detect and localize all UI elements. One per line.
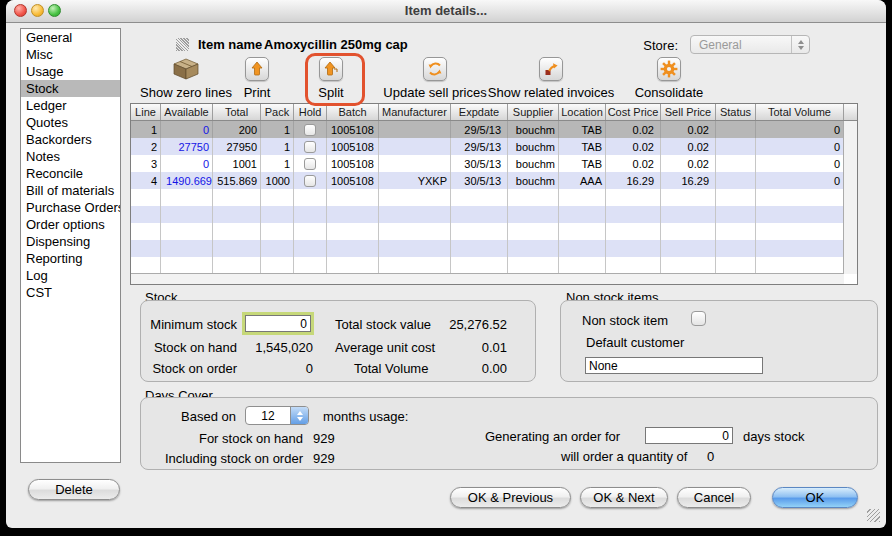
cell-expdate: 30/5/13: [451, 172, 508, 189]
col-header-available[interactable]: Available: [161, 104, 213, 120]
toolbar-label: Split: [318, 85, 343, 100]
col-header-manufacturer[interactable]: Manufacturer: [379, 104, 451, 120]
col-header-expdate[interactable]: Expdate: [451, 104, 508, 120]
cell-sell-price: 0.02: [661, 138, 716, 155]
sidebar-item-backorders[interactable]: Backorders: [21, 131, 120, 148]
cell-expdate: 29/5/13: [451, 121, 508, 138]
store-dropdown[interactable]: General: [690, 35, 810, 54]
months-dropdown-stepper-icon: [290, 407, 308, 424]
generating-order-input[interactable]: [645, 427, 733, 444]
non-stock-item-checkbox[interactable]: [691, 311, 706, 326]
cell-hold: [294, 121, 327, 138]
sidebar-item-usage[interactable]: Usage: [21, 63, 120, 80]
table-row[interactable]: 1 0 200 1 1005108 29/5/13 bouchm TAB 0.0…: [131, 121, 844, 138]
cell-supplier: bouchm: [508, 138, 559, 155]
cell-line: 3: [131, 155, 161, 172]
cell-location: TAB: [559, 121, 606, 138]
stock-lines-table: Line Available Total Pack Hold Batch Man…: [130, 103, 858, 285]
col-header-pack[interactable]: Pack: [261, 104, 294, 120]
cell-sell-price: 16.29: [661, 172, 716, 189]
default-customer-input[interactable]: [585, 357, 763, 374]
cell-status: [716, 155, 756, 172]
col-header-total-volume[interactable]: Total Volume: [756, 104, 844, 120]
refresh-icon: [423, 57, 447, 81]
sidebar-item-log[interactable]: Log: [21, 267, 120, 284]
cell-manufacturer: YXKP: [379, 172, 451, 189]
col-header-batch[interactable]: Batch: [327, 104, 379, 120]
consolidate-button[interactable]: Consolidate: [619, 55, 719, 100]
ok-previous-button[interactable]: OK & Previous: [450, 487, 571, 508]
cell-cost-price: 16.29: [606, 172, 661, 189]
cell-batch: 1005108: [327, 121, 379, 138]
stock-on-order-label: Stock on order: [141, 361, 237, 376]
cell-supplier: bouchm: [508, 121, 559, 138]
sidebar-item-general[interactable]: General: [21, 29, 120, 46]
ok-next-button[interactable]: OK & Next: [580, 487, 668, 508]
empty-table-row: [131, 206, 844, 223]
update-sell-prices-button[interactable]: Update sell prices: [375, 55, 495, 100]
col-header-line[interactable]: Line: [131, 104, 161, 120]
cell-line: 4: [131, 172, 161, 189]
store-dropdown-value: General: [691, 38, 791, 52]
delete-button[interactable]: Delete: [28, 479, 120, 500]
table-header-row: Line Available Total Pack Hold Batch Man…: [131, 104, 857, 121]
table-row[interactable]: 2 27750 27950 1 1005108 29/5/13 bouchm T…: [131, 138, 844, 155]
table-row[interactable]: 3 0 1001 1 1005108 30/5/13 bouchm TAB 0.…: [131, 155, 844, 172]
minimum-stock-input[interactable]: [245, 315, 311, 332]
show-related-invoices-button[interactable]: Show related invoices: [481, 55, 621, 100]
average-unit-cost-value: 0.01: [441, 340, 507, 355]
cell-sell-price: 0.02: [661, 155, 716, 172]
split-button[interactable]: Split: [291, 55, 371, 100]
cell-manufacturer: [379, 155, 451, 172]
sidebar-item-bill-of-materials[interactable]: Bill of materials: [21, 182, 120, 199]
including-stock-on-order-value: 929: [313, 451, 335, 466]
cancel-button[interactable]: Cancel: [677, 487, 751, 508]
sidebar-item-misc[interactable]: Misc: [21, 46, 120, 63]
hold-checkbox[interactable]: [304, 158, 316, 170]
sidebar-item-reconcile[interactable]: Reconcile: [21, 165, 120, 182]
cell-available: 1490.669: [161, 172, 213, 189]
cell-total-volume: 0: [756, 155, 844, 172]
col-header-hold[interactable]: Hold: [294, 104, 327, 120]
sidebar-item-reporting[interactable]: Reporting: [21, 250, 120, 267]
col-header-cost-price[interactable]: Cost Price: [606, 104, 661, 120]
col-header-status[interactable]: Status: [716, 104, 756, 120]
months-dropdown[interactable]: 12: [245, 406, 309, 425]
sidebar-item-ledger[interactable]: Ledger: [21, 97, 120, 114]
invoice-icon: [539, 57, 563, 81]
cell-status: [716, 172, 756, 189]
hold-checkbox[interactable]: [304, 175, 316, 187]
store-label: Store:: [606, 38, 678, 53]
including-stock-on-order-label: Including stock on order: [141, 451, 303, 466]
cell-available: 27750: [161, 138, 213, 155]
col-header-blank: [844, 104, 857, 120]
empty-table-row: [131, 240, 844, 257]
ok-button[interactable]: OK: [772, 487, 858, 508]
table-row[interactable]: 4 1490.669 515.869 1000 1005108 YXKP 30/…: [131, 172, 844, 189]
col-header-supplier[interactable]: Supplier: [508, 104, 559, 120]
sidebar-item-order-options[interactable]: Order options: [21, 216, 120, 233]
horizontal-scrollbar[interactable]: [131, 273, 844, 284]
vertical-scrollbar[interactable]: [843, 121, 857, 274]
sidebar-item-notes[interactable]: Notes: [21, 148, 120, 165]
sidebar-item-purchase-orders[interactable]: Purchase Orders: [21, 199, 120, 216]
print-button[interactable]: Print: [217, 55, 297, 100]
cell-expdate: 30/5/13: [451, 155, 508, 172]
arrow-icon: [245, 57, 269, 81]
stock-group: Minimum stock Total stock value 25,276.5…: [140, 300, 536, 382]
col-header-total[interactable]: Total: [213, 104, 261, 120]
sidebar-item-stock[interactable]: Stock: [21, 80, 120, 97]
will-order-value: 0: [707, 449, 714, 464]
sidebar-item-dispensing[interactable]: Dispensing: [21, 233, 120, 250]
col-header-sell-price[interactable]: Sell Price: [661, 104, 716, 120]
empty-table-row: [131, 257, 844, 274]
sidebar-item-cst[interactable]: CST: [21, 284, 120, 301]
cell-batch: 1005108: [327, 172, 379, 189]
sidebar-item-quotes[interactable]: Quotes: [21, 114, 120, 131]
sidebar: General Misc Usage Stock Ledger Quotes B…: [20, 28, 121, 463]
hold-checkbox[interactable]: [304, 141, 316, 153]
hold-checkbox[interactable]: [304, 124, 316, 136]
col-header-location[interactable]: Location: [559, 104, 606, 120]
cell-total: 200: [213, 121, 261, 138]
resize-grip[interactable]: [867, 509, 880, 522]
